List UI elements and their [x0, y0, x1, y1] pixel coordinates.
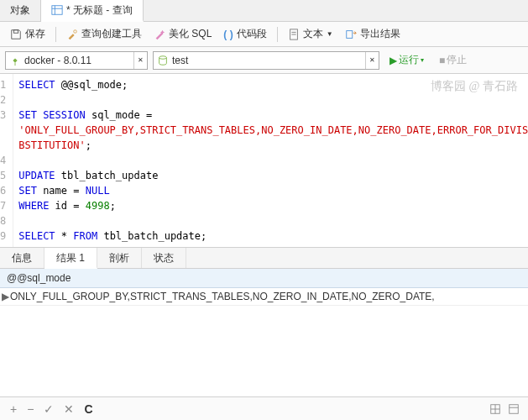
code-area[interactable]: SELECT @@sql_mode;SET SESSION sql_mode =… — [13, 74, 528, 247]
form-view-icon[interactable] — [508, 403, 520, 415]
svg-rect-0 — [52, 6, 62, 15]
export-label: 导出结果 — [360, 27, 400, 41]
tools-icon — [66, 29, 78, 40]
svg-rect-8 — [346, 30, 352, 38]
refresh-button[interactable]: C — [79, 401, 97, 417]
grid-view-icon[interactable] — [489, 403, 501, 415]
plug-icon — [9, 55, 21, 66]
top-tab-strip: 对象 * 无标题 - 查询 — [0, 0, 528, 22]
cancel-button[interactable]: ✕ — [59, 401, 79, 417]
svg-rect-13 — [510, 404, 519, 413]
tab-info[interactable]: 信息 — [0, 248, 44, 268]
save-label: 保存 — [25, 27, 45, 41]
chevron-down-icon: ✕ — [365, 52, 375, 69]
beautify-label: 美化 SQL — [169, 27, 212, 41]
separator — [277, 27, 278, 42]
chevron-down-icon: ▼ — [327, 30, 333, 38]
grid-row[interactable]: ▶ONLY_FULL_GROUP_BY,STRICT_TRANS_TABLES,… — [0, 288, 528, 306]
separator — [55, 27, 56, 42]
text-label: 文本 — [303, 27, 323, 41]
row-marker-icon: ▶ — [2, 291, 10, 302]
svg-point-9 — [159, 55, 167, 59]
text-button[interactable]: 文本 ▼ — [283, 24, 338, 44]
toolbar: 保存 查询创建工具 美化 SQL ( ) 代码段 文本 ▼ 导出结果 — [0, 22, 528, 47]
play-icon: ▶ — [389, 55, 397, 66]
beautify-button[interactable]: 美化 SQL — [149, 24, 217, 44]
svg-rect-3 — [13, 29, 18, 33]
document-icon — [288, 29, 300, 40]
save-button[interactable]: 保存 — [5, 24, 50, 44]
braces-icon: ( ) — [223, 29, 233, 40]
database-select[interactable]: test ✕ — [153, 51, 379, 70]
stop-button: ■ 停止 — [434, 53, 472, 67]
tab-query-label: * 无标题 - 查询 — [66, 3, 133, 18]
connection-select[interactable]: docker - 8.0.11 ✕ — [5, 51, 148, 70]
stop-label: 停止 — [447, 53, 467, 67]
add-row-button[interactable]: + — [5, 401, 22, 417]
sql-editor[interactable]: 博客园 @ 青石路 123456789 SELECT @@sql_mode;SE… — [0, 74, 528, 247]
save-icon — [10, 29, 22, 40]
query-icon — [51, 4, 63, 16]
run-label: 运行 — [399, 53, 419, 67]
cell-value: ONLY_FULL_GROUP_BY,STRICT_TRANS_TABLES,N… — [10, 291, 435, 302]
result-tab-strip: 信息 结果 1 剖析 状态 — [0, 247, 528, 269]
chevron-down-icon: ▾ — [421, 56, 424, 64]
footer-bar: + − ✓ ✕ C — [0, 396, 528, 420]
database-icon — [157, 55, 169, 66]
svg-point-4 — [74, 29, 77, 33]
grid-column-header[interactable]: @@sql_mode — [0, 269, 528, 288]
tab-profile[interactable]: 剖析 — [97, 248, 142, 268]
tab-query[interactable]: * 无标题 - 查询 — [41, 0, 144, 22]
line-gutter: 123456789 — [0, 74, 13, 247]
tab-status[interactable]: 状态 — [142, 248, 186, 268]
run-button[interactable]: ▶ 运行 ▾ — [384, 53, 429, 67]
chevron-down-icon: ✕ — [133, 52, 144, 69]
query-builder-label: 查询创建工具 — [81, 27, 142, 41]
query-builder-button[interactable]: 查询创建工具 — [61, 24, 147, 44]
stop-icon: ■ — [439, 55, 445, 66]
database-value: test — [172, 55, 362, 66]
apply-button[interactable]: ✓ — [39, 401, 59, 417]
snippet-label: 代码段 — [237, 27, 267, 41]
remove-row-button[interactable]: − — [22, 401, 39, 417]
wand-icon — [154, 29, 165, 40]
snippet-button[interactable]: ( ) 代码段 — [218, 24, 271, 44]
tab-objects[interactable]: 对象 — [0, 0, 41, 21]
result-grid[interactable]: @@sql_mode ▶ONLY_FULL_GROUP_BY,STRICT_TR… — [0, 269, 528, 396]
tab-result[interactable]: 结果 1 — [44, 248, 97, 269]
connection-bar: docker - 8.0.11 ✕ test ✕ ▶ 运行 ▾ ■ 停止 — [0, 47, 528, 74]
export-button[interactable]: 导出结果 — [340, 24, 405, 44]
tab-objects-label: 对象 — [10, 3, 30, 18]
connection-value: docker - 8.0.11 — [24, 55, 130, 66]
export-icon — [345, 29, 357, 40]
